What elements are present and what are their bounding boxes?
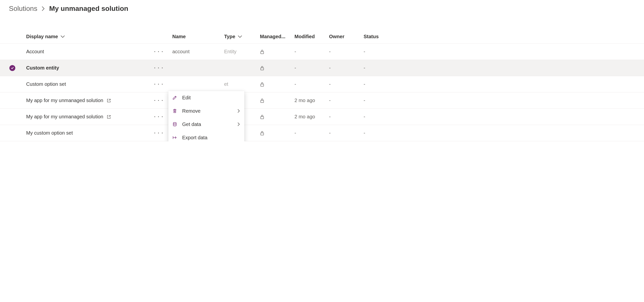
row-status: - <box>364 81 393 87</box>
trash-icon <box>172 109 178 113</box>
svg-point-6 <box>173 123 176 124</box>
open-external-icon[interactable] <box>107 115 111 119</box>
row-status: - <box>364 130 393 136</box>
table-row[interactable]: Custom option set· · ·et--- <box>0 76 644 92</box>
context-menu: Edit Remove Get data <box>168 91 244 141</box>
chevron-right-icon <box>238 109 240 113</box>
svg-rect-0 <box>261 51 264 54</box>
row-type: et <box>224 81 260 87</box>
lock-icon <box>260 114 294 119</box>
row-status: - <box>364 49 393 54</box>
menu-item-get-data[interactable]: Get data <box>168 118 244 131</box>
lock-icon <box>260 66 294 70</box>
row-more-actions[interactable]: · · · <box>154 98 164 103</box>
menu-item-export-data[interactable]: Export data <box>168 131 244 141</box>
chevron-right-icon <box>42 6 45 11</box>
column-header-display-name[interactable]: Display name <box>25 34 172 39</box>
menu-item-label: Remove <box>182 108 200 114</box>
table-header: Display name Name Type Managed... Modifi… <box>0 30 644 44</box>
breadcrumb-root-link[interactable]: Solutions <box>9 5 37 12</box>
row-display-name[interactable]: My app for my unmanaged solution <box>26 114 103 120</box>
svg-rect-3 <box>261 100 264 103</box>
row-display-name[interactable]: My app for my unmanaged solution <box>26 98 103 103</box>
column-header-type[interactable]: Type <box>224 34 260 39</box>
svg-rect-4 <box>261 117 264 119</box>
svg-rect-2 <box>261 84 264 86</box>
row-display-name[interactable]: My custom option set <box>26 130 73 136</box>
column-header-managed[interactable]: Managed... <box>260 34 294 39</box>
column-header-name[interactable]: Name <box>172 34 224 39</box>
row-status: - <box>364 65 393 71</box>
column-header-owner[interactable]: Owner <box>329 34 364 39</box>
row-modified: - <box>294 81 329 87</box>
menu-item-edit[interactable]: Edit <box>168 91 244 104</box>
row-status: - <box>364 98 393 103</box>
export-icon <box>172 135 178 140</box>
row-modified: - <box>294 49 329 54</box>
chevron-down-icon <box>238 35 242 38</box>
table-row[interactable]: My app for my unmanaged solution· · ·ive… <box>0 92 644 109</box>
row-owner: - <box>329 65 364 71</box>
table-row[interactable]: Account· · ·accountEntity--- <box>0 44 644 60</box>
row-owner: - <box>329 49 364 54</box>
row-more-actions[interactable]: · · · <box>154 65 164 71</box>
table-row[interactable]: My custom option set· · ·et--- <box>0 125 644 141</box>
breadcrumb-current: My unmanaged solution <box>49 5 128 12</box>
row-modified: - <box>294 130 329 136</box>
row-display-name[interactable]: Account <box>26 49 44 54</box>
svg-rect-1 <box>261 68 264 70</box>
open-external-icon[interactable] <box>107 98 111 103</box>
chevron-right-icon <box>238 122 240 126</box>
row-modified: 2 mo ago <box>294 114 329 120</box>
menu-item-remove[interactable]: Remove <box>168 104 244 118</box>
lock-icon <box>260 49 294 54</box>
lock-icon <box>260 82 294 87</box>
pencil-icon <box>172 95 178 100</box>
row-modified: 2 mo ago <box>294 98 329 103</box>
row-owner: - <box>329 81 364 87</box>
breadcrumb: Solutions My unmanaged solution <box>0 3 644 14</box>
row-type: Entity <box>224 49 260 54</box>
row-name: account <box>172 49 224 54</box>
table-row[interactable]: My app for my unmanaged solution· · ·ens… <box>0 109 644 125</box>
column-header-modified[interactable]: Modified <box>294 34 329 39</box>
row-more-actions[interactable]: · · · <box>154 114 164 120</box>
menu-item-label: Edit <box>182 95 190 101</box>
chevron-down-icon <box>60 35 65 38</box>
svg-rect-5 <box>261 133 264 135</box>
row-more-actions[interactable]: · · · <box>154 130 164 136</box>
row-status: - <box>364 114 393 120</box>
table-row[interactable]: Custom entity· · ·--- <box>0 60 644 76</box>
row-modified: - <box>294 65 329 71</box>
row-more-actions[interactable]: · · · <box>154 49 164 54</box>
lock-icon <box>260 98 294 103</box>
row-selected-check-icon[interactable] <box>10 65 15 71</box>
row-owner: - <box>329 98 364 103</box>
row-display-name[interactable]: Custom entity <box>26 65 59 71</box>
row-display-name[interactable]: Custom option set <box>26 81 66 87</box>
database-icon <box>172 122 178 127</box>
lock-icon <box>260 131 294 136</box>
row-owner: - <box>329 130 364 136</box>
menu-item-label: Export data <box>182 135 207 141</box>
row-owner: - <box>329 114 364 120</box>
column-header-status[interactable]: Status <box>364 34 393 39</box>
menu-item-label: Get data <box>182 122 201 127</box>
row-more-actions[interactable]: · · · <box>154 81 164 87</box>
